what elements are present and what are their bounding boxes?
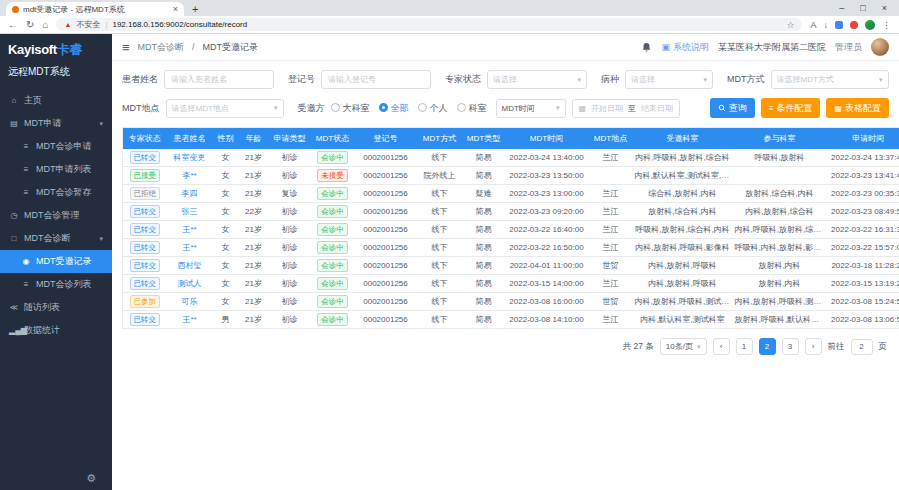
patient-name-link[interactable]: 王** [182,243,196,252]
table-cell: 0002001256 [355,239,417,257]
sidebar-item-followup-list[interactable]: ≪ 随访列表 [0,296,112,319]
bell-icon[interactable] [641,42,652,53]
mdt-status-badge: 未接受 [317,169,348,182]
disease-select[interactable]: 请选择▾ [625,70,713,89]
mdt-mode-label: MDT方式 [727,73,765,86]
patient-name-link[interactable]: 西村玺 [178,261,202,270]
expert-status-select[interactable]: 请选择▾ [487,70,587,89]
expert-status-label: 专家状态 [445,73,481,86]
sidebar-item-mdt-apply-list[interactable]: ≡ MDT申请列表 [0,158,112,181]
mdt-place-select[interactable]: 请选择MDT地点▾ [166,99,284,118]
table-cell: 简易 [463,311,505,329]
table-cell: 简易 [463,149,505,167]
sidebar-item-mdt-draft[interactable]: ≡ MDT会诊暂存 [0,181,112,204]
patient-name-link[interactable]: 李四 [182,189,198,198]
patient-name-link[interactable]: 王** [182,315,196,324]
patient-name-link[interactable]: 李** [182,171,196,180]
sidebar-item-mdt-apply[interactable]: ▤ MDT申请 ▾ [0,112,112,135]
user-avatar[interactable] [871,38,889,56]
search-button[interactable]: 查询 [710,98,755,118]
column-header: MDT时间 [505,128,589,149]
patient-name-link[interactable]: 张三 [182,207,198,216]
table-cell: 女 [213,275,239,293]
radio-checked-icon [379,103,388,112]
patient-name-link[interactable]: 科室变更 [174,153,206,162]
table-cell: 兰江 [589,239,633,257]
security-warning-icon[interactable]: ▲ [64,21,71,28]
mdt-status-badge: 会诊中 [317,241,348,254]
table-cell: 21岁 [239,257,269,275]
mdt-status-badge: 会诊中 [317,151,348,164]
radio-icon [418,103,427,112]
radio-personal[interactable]: 个人 [418,102,457,115]
table-cell: 2022-03-22 15:57:03 [827,239,899,257]
browser-window: mdt受邀记录 - 远程MDT系统 × + – □ × ← ↻ ⌂ ▲ 不安全 … [0,0,899,490]
expert-status-badge: 已转交 [130,241,161,254]
table-cell: 初诊 [269,203,311,221]
sidebar-item-mdt-invited-records[interactable]: ◉ MDT受邀记录 [0,250,112,273]
hospital-name: 某某医科大学附属第二医院 [718,41,826,54]
reg-no-input[interactable] [321,70,431,89]
table-cell: 2022-04-01 11:00:00 [505,257,589,275]
patient-name-link[interactable]: 测试人 [178,279,202,288]
window-close-button[interactable]: × [882,3,887,13]
browser-home-icon[interactable]: ⌂ [42,19,48,30]
window-minimize-button[interactable]: – [839,3,844,13]
url-field[interactable]: ▲ 不安全 | 192.168.0.156:9002/consultate/re… [56,18,802,31]
mdt-time-select[interactable]: MDT时间▾ [496,99,566,118]
settings-gear-icon[interactable]: ⚙ [86,472,96,485]
radio-all[interactable]: 全部 [379,102,418,115]
page-button-2-current[interactable]: 2 [759,338,776,355]
sidebar-item-mdt-consult-list[interactable]: ≡ MDT会诊列表 [0,273,112,296]
patient-name-link[interactable]: 可乐 [182,297,198,306]
new-tab-button[interactable]: + [192,2,198,16]
table-config-button[interactable]: ▦ 表格配置 [826,98,889,118]
date-range-picker[interactable]: ▦ 开始日期 至 结束日期 [572,99,681,118]
table-cell: 兰江 [589,311,633,329]
refresh-icon[interactable]: ↻ [26,19,34,30]
table-cell: 0002001256 [355,167,417,185]
download-icon[interactable]: ↓ [824,20,829,30]
next-page-button[interactable]: › [805,338,822,355]
radio-dept[interactable]: 科室 [457,102,496,115]
patient-name-link[interactable]: 王** [182,225,196,234]
cell-patient-name: 王** [167,239,213,257]
page-button-3[interactable]: 3 [782,338,799,355]
system-help-link[interactable]: ▣ 系统说明 [661,41,709,54]
back-icon[interactable]: ← [8,19,18,30]
browser-menu-icon[interactable]: ⋮ [882,20,891,30]
sidebar-item-mdt-consult-apply[interactable]: ≡ MDT会诊申请 [0,135,112,158]
sidebar-collapse-icon[interactable]: ≡ [122,40,130,55]
table-cell: 综合科,放射科,内科 [633,185,733,203]
sidebar-item-home[interactable]: ⌂ 主页 [0,89,112,112]
sidebar-item-mdt-manage[interactable]: ◷ MDT会诊管理 [0,204,112,227]
browser-address-bar: ← ↻ ⌂ ▲ 不安全 | 192.168.0.156:9002/consult… [0,16,899,34]
table-cell: 兰江 [589,221,633,239]
table-cell: 21岁 [239,167,269,185]
prev-page-button[interactable]: ‹ [713,338,730,355]
tab-close-icon[interactable]: × [173,4,178,14]
goto-page-input[interactable] [851,339,873,355]
browser-tab[interactable]: mdt受邀记录 - 远程MDT系统 × [6,2,184,16]
user-role: 管理员 [835,41,862,54]
security-label: 不安全 [76,19,100,30]
table-cell: 0002001256 [355,203,417,221]
browser-profile-avatar[interactable] [865,20,875,30]
extension-icon[interactable] [835,21,843,29]
mdt-mode-select[interactable]: 请选择MDT方式▾ [771,70,889,89]
table-cell: 内科,放射科,综合科 [733,203,827,221]
bookmark-star-icon[interactable]: ☆ [786,20,794,30]
cell-expert-status: 已转交 [123,257,167,275]
extension-icon[interactable] [850,21,858,29]
window-maximize-button[interactable]: □ [860,3,865,13]
patient-name-input[interactable] [164,70,274,89]
translate-extension-icon[interactable]: A [810,20,816,30]
table-cell: 内科,默认科室,测试科室,放射科 [633,167,733,185]
sidebar-item-statistics[interactable]: ▂▄▆ 数据统计 [0,319,112,342]
radio-big-dept[interactable]: 大科室 [331,102,379,115]
page-button-1[interactable]: 1 [736,338,753,355]
table-cell: 0002001256 [355,293,417,311]
sidebar-item-mdt-consult[interactable]: □ MDT会诊断 ▾ [0,227,112,250]
page-size-select[interactable]: 10条/页▾ [660,338,707,355]
condition-config-button[interactable]: ≡ 条件配置 [761,98,821,118]
